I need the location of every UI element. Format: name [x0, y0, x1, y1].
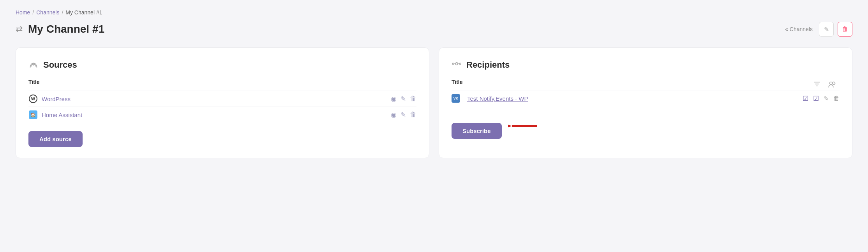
edit-recipient-icon[interactable]: ✎	[824, 95, 829, 102]
svg-point-2	[452, 63, 454, 65]
svg-point-7	[833, 82, 835, 84]
recipients-card-title: Recipients	[466, 60, 510, 70]
source-name-wordpress[interactable]: WordPress	[42, 96, 71, 102]
page-title: My Channel #1	[28, 23, 104, 35]
edit-ha-icon[interactable]: ✎	[400, 111, 406, 119]
subscribe-row: Subscribe	[452, 114, 840, 139]
home-assistant-icon: 🏠	[28, 110, 38, 119]
view-wordpress-icon[interactable]: ◉	[391, 95, 397, 103]
sources-col-title: Title	[28, 79, 416, 85]
header-actions: « Channels ✎ 🗑	[785, 22, 852, 37]
source-row-wordpress: W WordPress ◉ ✎ 🗑	[28, 91, 416, 107]
subscribe-button[interactable]: Subscribe	[452, 123, 502, 139]
edit-icon: ✎	[824, 26, 829, 33]
delete-channel-button[interactable]: 🗑	[838, 22, 852, 37]
edit-wordpress-icon[interactable]: ✎	[400, 95, 406, 103]
breadcrumb-sep-2: /	[62, 9, 63, 16]
breadcrumb-current: My Channel #1	[65, 9, 102, 16]
sources-card: Sources Title W WordPress ◉ ✎ 🗑 🏠	[16, 47, 429, 158]
page-header: ⇄ My Channel #1 « Channels ✎ 🗑	[16, 22, 852, 37]
filter-checkbox-icon[interactable]: ☑	[803, 94, 808, 103]
recipient-row-actions: ☑ ☑ ✎ 🗑	[803, 94, 840, 103]
channel-arrows-icon: ⇄	[16, 24, 23, 34]
breadcrumb-home[interactable]: Home	[16, 9, 30, 16]
breadcrumb-sep-1: /	[32, 9, 34, 16]
group-col-icon	[828, 80, 836, 90]
trash-icon: 🗑	[842, 26, 848, 33]
svg-point-3	[459, 63, 461, 65]
sources-card-header: Sources	[28, 59, 416, 71]
recipient-info: VK Test Notify.Events - WP	[452, 94, 528, 103]
recipient-name[interactable]: Test Notify.Events - WP	[467, 95, 528, 102]
recipients-card: Recipients Title	[439, 47, 852, 158]
breadcrumb-channels[interactable]: Channels	[36, 9, 59, 16]
recipients-header-row: Title	[452, 79, 840, 91]
recipients-card-header: Recipients	[452, 59, 840, 71]
recipients-col-title: Title	[452, 79, 463, 85]
delete-wordpress-icon[interactable]: 🗑	[410, 95, 416, 103]
svg-point-6	[830, 82, 833, 84]
recipient-row-test: VK Test Notify.Events - WP ☑ ☑ ✎ 🗑	[452, 91, 840, 106]
add-source-button[interactable]: Add source	[28, 131, 83, 147]
svg-point-1	[455, 63, 458, 65]
home-assistant-row-actions: ◉ ✎ 🗑	[391, 111, 416, 119]
filter-col-icon	[813, 80, 821, 90]
group-checkbox-icon[interactable]: ☑	[813, 94, 819, 103]
source-info-wordpress: W WordPress	[28, 94, 71, 103]
edit-channel-button[interactable]: ✎	[819, 22, 834, 37]
source-row-home-assistant: 🏠 Home Assistant ◉ ✎ 🗑	[28, 107, 416, 122]
view-ha-icon[interactable]: ◉	[391, 111, 397, 119]
source-name-home-assistant[interactable]: Home Assistant	[42, 112, 82, 118]
page-title-row: ⇄ My Channel #1	[16, 23, 104, 35]
recipients-card-icon	[452, 59, 462, 71]
delete-recipient-icon[interactable]: 🗑	[833, 95, 840, 102]
back-channels-link[interactable]: « Channels	[785, 26, 813, 32]
wordpress-row-actions: ◉ ✎ 🗑	[391, 95, 416, 103]
source-info-home-assistant: 🏠 Home Assistant	[28, 110, 82, 119]
red-arrow-icon	[508, 118, 539, 135]
sources-card-icon	[28, 59, 39, 71]
wordpress-icon: W	[28, 94, 38, 103]
sources-card-title: Sources	[43, 60, 77, 70]
breadcrumb: Home / Channels / My Channel #1	[16, 9, 852, 16]
delete-ha-icon[interactable]: 🗑	[410, 111, 416, 119]
vk-icon: VK	[452, 94, 460, 103]
cards-row: Sources Title W WordPress ◉ ✎ 🗑 🏠	[16, 47, 852, 158]
recipient-col-icons	[813, 80, 836, 90]
